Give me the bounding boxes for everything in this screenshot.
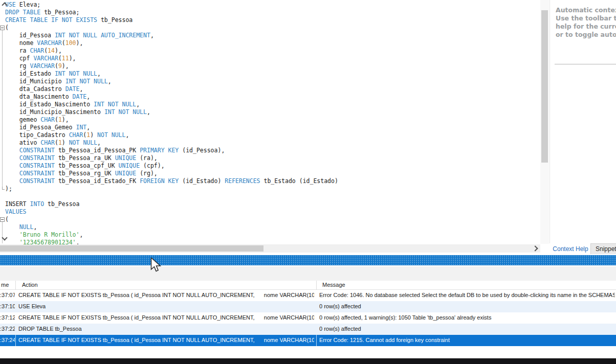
output-row-time: :37:12 (0, 314, 15, 321)
code-line: ( (5, 24, 540, 32)
output-row[interactable]: :37:10USE Eleva0 row(s) affected (0, 301, 616, 312)
code-line: dta_Nascimento DATE, (5, 93, 540, 101)
code-line: id_Pessoa_Gemeo INT, (5, 124, 540, 131)
output-row-time: :37:22 (0, 326, 15, 332)
editor-horizontal-scrollbar[interactable] (0, 244, 540, 253)
fold-collapse-icon[interactable] (0, 26, 5, 30)
fold-line (2, 222, 3, 243)
code-line: DROP TABLE tb_Pessoa; (5, 9, 540, 16)
panel-splitter[interactable] (0, 255, 616, 265)
code-line: ra CHAR(14), (5, 47, 540, 55)
context-help-text: Use the toolbar to (550, 14, 616, 22)
output-row[interactable]: :37:24CREATE TABLE IF NOT EXISTS tb_Pess… (0, 335, 616, 346)
code-line: CONSTRAINT tb_Pessoa_rg_UK UNIQUE (rg), (5, 170, 540, 177)
code-line: CONSTRAINT tb_Pessoa_id_Estado_FK FOREIG… (5, 177, 540, 185)
output-row-message: 0 row(s) affected, 1 warning(s): 1050 Ta… (319, 314, 615, 321)
output-row[interactable]: :37:12CREATE TABLE IF NOT EXISTS tb_Pess… (0, 312, 616, 324)
output-row-time: :37:07 (0, 292, 15, 298)
code-line: CONSTRAINT tb_Pessoa_cpf_UK UNIQUE (cpf)… (5, 162, 540, 170)
help-panel-divider (555, 64, 616, 64)
sql-code: USE Eleva;DROP TABLE tb_Pessoa;CREATE TA… (5, 1, 540, 244)
output-row-time: :37:24 (0, 337, 15, 343)
output-row-message: 0 row(s) affected (319, 326, 615, 332)
code-line: dta_Cadastro DATE, (5, 85, 540, 93)
context-help-text: or to toggle autom (550, 31, 616, 39)
mouse-cursor-icon (150, 258, 163, 273)
editor-fold-gutter[interactable] (0, 0, 5, 244)
code-line: CREATE TABLE IF NOT EXISTS tb_Pessoa (5, 16, 540, 24)
column-divider (316, 335, 317, 346)
column-header-time[interactable]: me (1, 282, 9, 288)
code-line: id_Estado_Nascimento INT NOT NULL, (5, 101, 540, 108)
editor-vertical-scrollbar[interactable] (540, 0, 549, 244)
output-panel-header: utput ▾ (0, 266, 616, 281)
code-line: nome VARCHAR(100), (5, 39, 540, 47)
sql-editor[interactable]: USE Eleva;DROP TABLE tb_Pessoa;CREATE TA… (0, 0, 540, 244)
column-header-action[interactable]: Action (22, 282, 38, 288)
column-divider[interactable] (15, 281, 16, 290)
output-row-action: CREATE TABLE IF NOT EXISTS tb_Pessoa ( i… (18, 292, 314, 298)
code-line: CONSTRAINT tb_Pessoa_id_Pessoa_PK PRIMAR… (5, 147, 540, 154)
mysql-workbench-window: USE Eleva;DROP TABLE tb_Pessoa;CREATE TA… (0, 0, 616, 364)
code-line: id_Estado INT NOT NULL, (5, 70, 540, 78)
context-help-text: Automatic context (550, 6, 616, 14)
code-line: ( (5, 216, 540, 223)
code-line: cpf VARCHAR(11), (5, 55, 540, 62)
output-row-message: Error Code: 1215. Cannot add foreign key… (319, 337, 615, 343)
code-line: id_Municipio INT NOT NULL, (5, 78, 540, 85)
code-line: ativo CHAR(1) NOT NULL, (5, 139, 540, 147)
fold-line (2, 30, 3, 187)
tab-context-help[interactable]: Context Help (552, 244, 589, 254)
column-header-message[interactable]: Message (322, 282, 345, 288)
fold-collapse-icon[interactable] (0, 217, 5, 222)
code-line: id_Municipio_Nascimento INT NOT NULL, (5, 108, 540, 116)
code-line: CONSTRAINT tb_Pessoa_ra_UK UNIQUE (ra), (5, 154, 540, 162)
code-line: INSERT INTO tb_Pessoa (5, 200, 540, 208)
code-line: id_Pessoa INT NOT NULL AUTO_INCREMENT, (5, 32, 540, 39)
code-line: VALUES (5, 208, 540, 216)
column-divider (15, 335, 16, 346)
output-row-action: DROP TABLE tb_Pessoa (18, 326, 314, 332)
code-line: tipo_Cadastro CHAR(1) NOT NULL, (5, 131, 540, 139)
action-output-grid: me Action Message :37:07CREATE TABLE IF … (0, 281, 616, 358)
code-line: ); (5, 185, 540, 193)
grid-header-row: me Action Message (0, 281, 616, 290)
code-line: 'Bruno R Morillo', (5, 231, 540, 239)
horizontal-scrollbar-thumb[interactable] (0, 245, 263, 252)
output-row-message: Error Code: 1046. No database selected S… (319, 292, 615, 298)
output-row-message: 0 row(s) affected (319, 303, 615, 309)
code-line: NULL, (5, 223, 540, 231)
code-line: rg VARCHAR(9), (5, 62, 540, 70)
column-divider[interactable] (316, 281, 317, 290)
output-row-action: USE Eleva (18, 303, 314, 309)
bottom-dark-bar (0, 358, 616, 364)
fold-end-icon (2, 187, 5, 190)
output-row-time: :37:10 (0, 303, 15, 309)
code-line (5, 193, 540, 200)
context-help-text: help for the curre (550, 22, 616, 31)
code-line: USE Eleva; (5, 1, 540, 9)
output-row-action: CREATE TABLE IF NOT EXISTS tb_Pessoa ( i… (18, 314, 314, 321)
context-help-panel: Automatic context Use the toolbar to hel… (549, 0, 616, 243)
code-line: '12345678901234', (5, 239, 540, 244)
output-row[interactable]: :37:07CREATE TABLE IF NOT EXISTS tb_Pess… (0, 290, 616, 301)
output-row[interactable]: :37:22DROP TABLE tb_Pessoa0 row(s) affec… (0, 324, 616, 335)
tab-snippets[interactable]: Snippets (590, 243, 616, 254)
code-line: gemeo CHAR(1), (5, 116, 540, 124)
vertical-scrollbar-thumb[interactable] (541, 10, 548, 163)
output-row-action: CREATE TABLE IF NOT EXISTS tb_Pessoa ( i… (18, 337, 314, 343)
